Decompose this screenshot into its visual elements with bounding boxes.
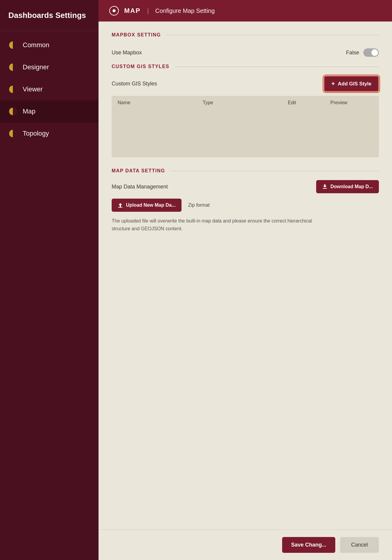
sidebar-item-label-map: Map — [23, 108, 36, 115]
sidebar-item-common[interactable]: Common — [0, 34, 99, 56]
map-logo-icon — [109, 6, 119, 16]
upload-icon — [118, 202, 123, 208]
sidebar-item-label-common: Common — [23, 41, 49, 49]
sidebar-item-label-viewer: Viewer — [23, 85, 43, 93]
table-header: Name Type Edit Preview — [112, 96, 379, 110]
main-header: MAP | Configure Map Setting — [99, 0, 392, 22]
map-data-label: Map Data Management — [112, 184, 168, 190]
sidebar-nav: Common Designer Viewer Map — [0, 31, 99, 145]
save-changes-button[interactable]: Save Chang... — [282, 537, 335, 553]
add-gis-style-button[interactable]: + Add GIS Style — [324, 76, 379, 92]
sidebar-item-topology[interactable]: Topology — [0, 122, 99, 145]
pie-icon-designer — [8, 63, 17, 72]
download-button-label: Download Map D... — [330, 184, 373, 189]
custom-gis-section-header: CUSTOM GIS STYLES — [112, 64, 379, 69]
pie-icon-viewer — [8, 85, 17, 94]
header-subtitle: Configure Map Setting — [155, 7, 215, 14]
svg-point-6 — [113, 9, 116, 12]
sidebar: Dashboards Settings Common Designer — [0, 0, 99, 560]
pie-icon-common — [8, 41, 17, 50]
use-mapbox-row: Use Mapbox False — [112, 44, 379, 61]
map-data-management-row: Map Data Management Download Map D... — [112, 180, 379, 193]
pie-icon-map — [8, 107, 17, 116]
header-divider: | — [147, 7, 149, 14]
custom-gis-section-line — [175, 67, 379, 67]
upload-button-label: Upload New Map Da... — [126, 202, 176, 208]
sidebar-item-designer[interactable]: Designer — [0, 56, 99, 78]
custom-gis-label: Custom GIS Styles — [112, 81, 157, 87]
gis-styles-table: Name Type Edit Preview — [112, 96, 379, 157]
main-panel: MAP | Configure Map Setting MAPBOX SETTI… — [99, 0, 392, 560]
download-icon — [322, 184, 328, 189]
content-area: MAPBOX SETTING Use Mapbox False CUSTOM G… — [99, 22, 392, 530]
sidebar-title: Dashboards Settings — [0, 0, 99, 31]
sidebar-item-label-topology: Topology — [23, 130, 49, 137]
mapbox-toggle-value: False — [346, 50, 359, 56]
bottom-bar: Save Chang... Cancel — [99, 530, 392, 560]
table-header-name: Name — [118, 100, 203, 105]
zip-format-text: Zip format — [188, 202, 210, 208]
mapbox-section-title: MAPBOX SETTING — [112, 32, 161, 38]
plus-icon: + — [331, 80, 335, 87]
svg-rect-8 — [118, 207, 122, 208]
add-gis-style-label: Add GIS Style — [338, 81, 371, 87]
use-mapbox-label: Use Mapbox — [112, 50, 142, 56]
map-data-section-title: MAP DATA SETTING — [112, 168, 165, 174]
sidebar-item-label-designer: Designer — [23, 63, 49, 71]
table-header-preview: Preview — [330, 100, 373, 105]
mapbox-section-header: MAPBOX SETTING — [112, 32, 379, 38]
table-header-edit: Edit — [288, 100, 330, 105]
download-map-data-button[interactable]: Download Map D... — [316, 180, 379, 193]
pie-icon-topology — [8, 129, 17, 138]
table-header-type: Type — [203, 100, 288, 105]
mapbox-toggle[interactable] — [363, 48, 379, 57]
header-app-name: MAP — [124, 7, 141, 15]
upload-row: Upload New Map Da... Zip format — [112, 199, 379, 212]
toggle-knob — [371, 49, 378, 56]
svg-rect-7 — [323, 188, 327, 189]
mapbox-toggle-group: False — [346, 48, 379, 57]
sidebar-item-map[interactable]: Map — [0, 100, 99, 122]
upload-map-data-button[interactable]: Upload New Map Da... — [112, 199, 182, 212]
sidebar-item-viewer[interactable]: Viewer — [0, 78, 99, 100]
mapbox-section-line — [166, 35, 379, 35]
map-data-section-header: MAP DATA SETTING — [112, 168, 379, 174]
custom-gis-section-title: CUSTOM GIS STYLES — [112, 64, 169, 69]
table-body — [112, 110, 379, 157]
map-data-section-line — [170, 171, 379, 171]
custom-gis-row: Custom GIS Styles + Add GIS Style — [112, 76, 379, 92]
upload-info-text: The uploaded file will overwrite the bui… — [112, 217, 315, 232]
cancel-button[interactable]: Cancel — [340, 537, 379, 553]
